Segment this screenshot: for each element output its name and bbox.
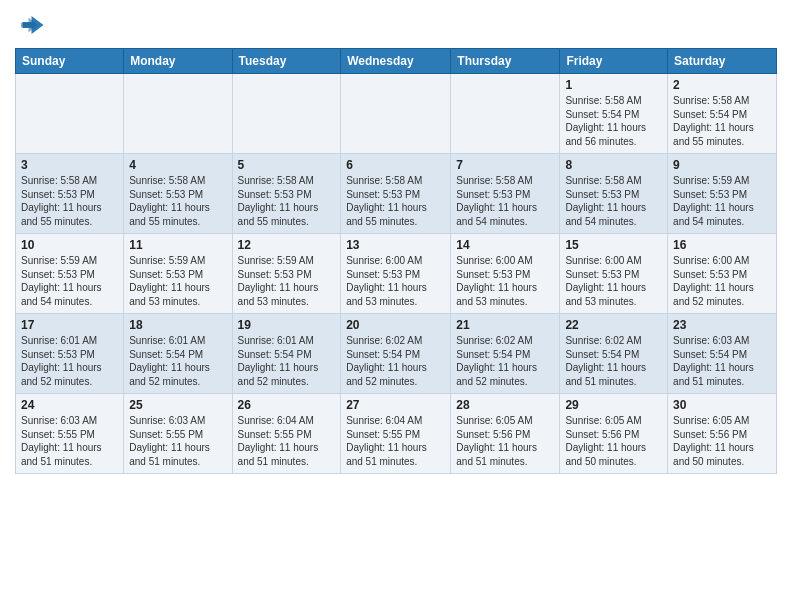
day-info: Sunrise: 5:58 AM Sunset: 5:53 PM Dayligh… bbox=[238, 174, 336, 228]
day-number: 8 bbox=[565, 158, 662, 172]
day-info: Sunrise: 6:02 AM Sunset: 5:54 PM Dayligh… bbox=[346, 334, 445, 388]
day-number: 28 bbox=[456, 398, 554, 412]
day-cell bbox=[341, 74, 451, 154]
weekday-header-friday: Friday bbox=[560, 49, 668, 74]
day-cell bbox=[451, 74, 560, 154]
day-number: 14 bbox=[456, 238, 554, 252]
calendar-table: SundayMondayTuesdayWednesdayThursdayFrid… bbox=[15, 48, 777, 474]
day-cell: 4Sunrise: 5:58 AM Sunset: 5:53 PM Daylig… bbox=[124, 154, 232, 234]
day-number: 18 bbox=[129, 318, 226, 332]
day-number: 17 bbox=[21, 318, 118, 332]
day-cell: 3Sunrise: 5:58 AM Sunset: 5:53 PM Daylig… bbox=[16, 154, 124, 234]
day-number: 6 bbox=[346, 158, 445, 172]
day-cell: 17Sunrise: 6:01 AM Sunset: 5:53 PM Dayli… bbox=[16, 314, 124, 394]
weekday-header-monday: Monday bbox=[124, 49, 232, 74]
day-cell bbox=[124, 74, 232, 154]
weekday-row: SundayMondayTuesdayWednesdayThursdayFrid… bbox=[16, 49, 777, 74]
day-info: Sunrise: 5:58 AM Sunset: 5:53 PM Dayligh… bbox=[456, 174, 554, 228]
day-cell: 26Sunrise: 6:04 AM Sunset: 5:55 PM Dayli… bbox=[232, 394, 341, 474]
day-info: Sunrise: 5:58 AM Sunset: 5:54 PM Dayligh… bbox=[565, 94, 662, 148]
day-number: 15 bbox=[565, 238, 662, 252]
day-info: Sunrise: 5:58 AM Sunset: 5:53 PM Dayligh… bbox=[129, 174, 226, 228]
calendar-body: 1Sunrise: 5:58 AM Sunset: 5:54 PM Daylig… bbox=[16, 74, 777, 474]
day-number: 23 bbox=[673, 318, 771, 332]
day-number: 2 bbox=[673, 78, 771, 92]
day-cell: 8Sunrise: 5:58 AM Sunset: 5:53 PM Daylig… bbox=[560, 154, 668, 234]
week-row-4: 17Sunrise: 6:01 AM Sunset: 5:53 PM Dayli… bbox=[16, 314, 777, 394]
day-info: Sunrise: 6:02 AM Sunset: 5:54 PM Dayligh… bbox=[565, 334, 662, 388]
day-cell: 12Sunrise: 5:59 AM Sunset: 5:53 PM Dayli… bbox=[232, 234, 341, 314]
day-info: Sunrise: 6:05 AM Sunset: 5:56 PM Dayligh… bbox=[673, 414, 771, 468]
day-info: Sunrise: 5:58 AM Sunset: 5:53 PM Dayligh… bbox=[21, 174, 118, 228]
day-cell: 29Sunrise: 6:05 AM Sunset: 5:56 PM Dayli… bbox=[560, 394, 668, 474]
day-info: Sunrise: 6:04 AM Sunset: 5:55 PM Dayligh… bbox=[238, 414, 336, 468]
day-info: Sunrise: 6:00 AM Sunset: 5:53 PM Dayligh… bbox=[456, 254, 554, 308]
day-cell: 16Sunrise: 6:00 AM Sunset: 5:53 PM Dayli… bbox=[668, 234, 777, 314]
day-number: 12 bbox=[238, 238, 336, 252]
day-number: 1 bbox=[565, 78, 662, 92]
day-number: 25 bbox=[129, 398, 226, 412]
day-cell: 11Sunrise: 5:59 AM Sunset: 5:53 PM Dayli… bbox=[124, 234, 232, 314]
day-number: 7 bbox=[456, 158, 554, 172]
day-cell: 13Sunrise: 6:00 AM Sunset: 5:53 PM Dayli… bbox=[341, 234, 451, 314]
day-cell: 22Sunrise: 6:02 AM Sunset: 5:54 PM Dayli… bbox=[560, 314, 668, 394]
weekday-header-tuesday: Tuesday bbox=[232, 49, 341, 74]
logo bbox=[15, 10, 49, 40]
day-info: Sunrise: 6:00 AM Sunset: 5:53 PM Dayligh… bbox=[673, 254, 771, 308]
day-number: 10 bbox=[21, 238, 118, 252]
day-cell: 21Sunrise: 6:02 AM Sunset: 5:54 PM Dayli… bbox=[451, 314, 560, 394]
day-cell: 24Sunrise: 6:03 AM Sunset: 5:55 PM Dayli… bbox=[16, 394, 124, 474]
day-info: Sunrise: 6:05 AM Sunset: 5:56 PM Dayligh… bbox=[456, 414, 554, 468]
day-info: Sunrise: 6:04 AM Sunset: 5:55 PM Dayligh… bbox=[346, 414, 445, 468]
day-cell: 10Sunrise: 5:59 AM Sunset: 5:53 PM Dayli… bbox=[16, 234, 124, 314]
day-number: 26 bbox=[238, 398, 336, 412]
day-cell: 23Sunrise: 6:03 AM Sunset: 5:54 PM Dayli… bbox=[668, 314, 777, 394]
day-cell bbox=[16, 74, 124, 154]
weekday-header-thursday: Thursday bbox=[451, 49, 560, 74]
day-cell: 20Sunrise: 6:02 AM Sunset: 5:54 PM Dayli… bbox=[341, 314, 451, 394]
day-info: Sunrise: 5:59 AM Sunset: 5:53 PM Dayligh… bbox=[673, 174, 771, 228]
page: SundayMondayTuesdayWednesdayThursdayFrid… bbox=[0, 0, 792, 612]
day-info: Sunrise: 6:00 AM Sunset: 5:53 PM Dayligh… bbox=[346, 254, 445, 308]
day-cell: 1Sunrise: 5:58 AM Sunset: 5:54 PM Daylig… bbox=[560, 74, 668, 154]
calendar-header: SundayMondayTuesdayWednesdayThursdayFrid… bbox=[16, 49, 777, 74]
day-number: 13 bbox=[346, 238, 445, 252]
day-number: 19 bbox=[238, 318, 336, 332]
week-row-3: 10Sunrise: 5:59 AM Sunset: 5:53 PM Dayli… bbox=[16, 234, 777, 314]
day-cell: 2Sunrise: 5:58 AM Sunset: 5:54 PM Daylig… bbox=[668, 74, 777, 154]
day-number: 16 bbox=[673, 238, 771, 252]
day-info: Sunrise: 6:01 AM Sunset: 5:54 PM Dayligh… bbox=[129, 334, 226, 388]
day-cell: 28Sunrise: 6:05 AM Sunset: 5:56 PM Dayli… bbox=[451, 394, 560, 474]
day-cell: 30Sunrise: 6:05 AM Sunset: 5:56 PM Dayli… bbox=[668, 394, 777, 474]
day-number: 22 bbox=[565, 318, 662, 332]
day-cell: 15Sunrise: 6:00 AM Sunset: 5:53 PM Dayli… bbox=[560, 234, 668, 314]
day-info: Sunrise: 5:58 AM Sunset: 5:54 PM Dayligh… bbox=[673, 94, 771, 148]
day-info: Sunrise: 6:03 AM Sunset: 5:55 PM Dayligh… bbox=[21, 414, 118, 468]
day-number: 3 bbox=[21, 158, 118, 172]
day-number: 11 bbox=[129, 238, 226, 252]
day-info: Sunrise: 6:00 AM Sunset: 5:53 PM Dayligh… bbox=[565, 254, 662, 308]
day-number: 4 bbox=[129, 158, 226, 172]
logo-icon bbox=[15, 10, 45, 40]
day-number: 21 bbox=[456, 318, 554, 332]
day-cell bbox=[232, 74, 341, 154]
day-cell: 25Sunrise: 6:03 AM Sunset: 5:55 PM Dayli… bbox=[124, 394, 232, 474]
day-info: Sunrise: 5:59 AM Sunset: 5:53 PM Dayligh… bbox=[238, 254, 336, 308]
day-cell: 18Sunrise: 6:01 AM Sunset: 5:54 PM Dayli… bbox=[124, 314, 232, 394]
day-info: Sunrise: 5:59 AM Sunset: 5:53 PM Dayligh… bbox=[21, 254, 118, 308]
day-info: Sunrise: 5:59 AM Sunset: 5:53 PM Dayligh… bbox=[129, 254, 226, 308]
day-number: 24 bbox=[21, 398, 118, 412]
header bbox=[15, 10, 777, 40]
day-info: Sunrise: 5:58 AM Sunset: 5:53 PM Dayligh… bbox=[346, 174, 445, 228]
day-info: Sunrise: 6:03 AM Sunset: 5:54 PM Dayligh… bbox=[673, 334, 771, 388]
weekday-header-sunday: Sunday bbox=[16, 49, 124, 74]
day-info: Sunrise: 6:01 AM Sunset: 5:53 PM Dayligh… bbox=[21, 334, 118, 388]
weekday-header-saturday: Saturday bbox=[668, 49, 777, 74]
day-info: Sunrise: 6:02 AM Sunset: 5:54 PM Dayligh… bbox=[456, 334, 554, 388]
day-info: Sunrise: 6:01 AM Sunset: 5:54 PM Dayligh… bbox=[238, 334, 336, 388]
weekday-header-wednesday: Wednesday bbox=[341, 49, 451, 74]
week-row-1: 1Sunrise: 5:58 AM Sunset: 5:54 PM Daylig… bbox=[16, 74, 777, 154]
day-info: Sunrise: 6:03 AM Sunset: 5:55 PM Dayligh… bbox=[129, 414, 226, 468]
day-number: 27 bbox=[346, 398, 445, 412]
day-cell: 14Sunrise: 6:00 AM Sunset: 5:53 PM Dayli… bbox=[451, 234, 560, 314]
